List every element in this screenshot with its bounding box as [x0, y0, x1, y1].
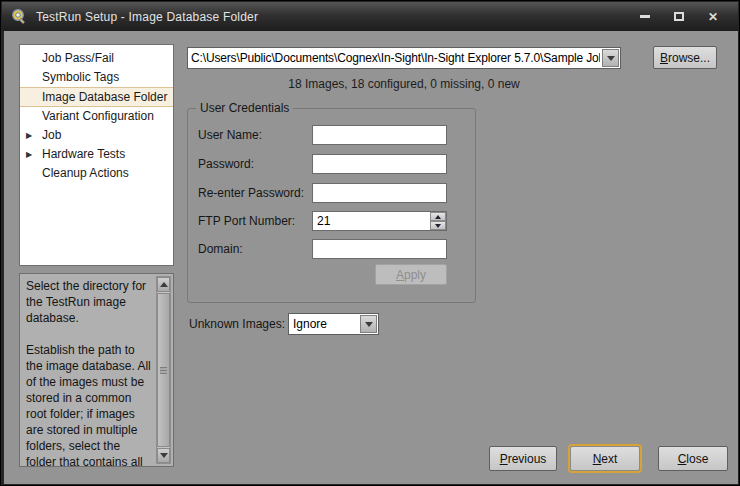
chevron-down-icon — [365, 322, 373, 327]
maximize-button[interactable] — [662, 6, 696, 28]
expand-arrow-icon[interactable]: ▶ — [26, 126, 32, 145]
close-dialog-button[interactable]: Close — [658, 446, 728, 471]
close-button[interactable]: ✕ — [696, 6, 730, 28]
reenter-password-label: Re-enter Password: — [198, 183, 310, 203]
sidebar-item-symbolic-tags[interactable]: Symbolic Tags — [20, 68, 173, 87]
arrow-down-icon — [435, 224, 441, 228]
apply-button[interactable]: Apply — [375, 264, 447, 285]
browse-button[interactable]: Browse... — [653, 46, 717, 69]
domain-label: Domain: — [198, 239, 310, 259]
maximize-icon — [674, 12, 684, 21]
app-icon — [10, 8, 28, 26]
dialog-body: Job Pass/Fail Symbolic Tags Image Databa… — [4, 31, 738, 484]
scrollbar-thumb[interactable] — [157, 293, 170, 447]
spinner-buttons — [430, 212, 446, 230]
path-dropdown-button[interactable] — [602, 49, 619, 67]
ftp-port-stepper[interactable] — [312, 211, 447, 231]
unknown-images-label: Unknown Images: — [189, 313, 285, 335]
spin-down-button[interactable] — [430, 221, 446, 230]
testrun-setup-window: TestRun Setup - Image Database Folder ✕ … — [0, 0, 740, 486]
sidebar-item-label: Image Database Folder — [42, 90, 167, 104]
spin-up-button[interactable] — [430, 212, 446, 221]
sidebar-item-label: Cleanup Actions — [42, 166, 129, 180]
user-name-label: User Name: — [198, 125, 310, 145]
sidebar-item-label: Symbolic Tags — [42, 70, 119, 84]
sidebar-item-job-pass-fail[interactable]: Job Pass/Fail — [20, 49, 173, 68]
sidebar-item-image-database-folder[interactable]: Image Database Folder — [20, 87, 173, 107]
domain-field[interactable] — [312, 239, 447, 259]
arrow-up-icon — [435, 215, 441, 219]
next-button[interactable]: Next — [570, 446, 640, 471]
sidebar-item-label: Hardware Tests — [42, 147, 125, 161]
sidebar-item-label: Job — [42, 128, 61, 142]
title-bar[interactable]: TestRun Setup - Image Database Folder ✕ — [2, 2, 738, 31]
sidebar-item-label: Job Pass/Fail — [42, 51, 114, 65]
sidebar-item-hardware-tests[interactable]: ▶ Hardware Tests — [20, 145, 173, 164]
sidebar-item-label: Variant Configuration — [42, 109, 154, 123]
window-title: TestRun Setup - Image Database Folder — [36, 10, 628, 24]
arrow-up-icon — [160, 282, 168, 287]
image-count-status: 18 Images, 18 configured, 0 missing, 0 n… — [187, 77, 621, 91]
sidebar-item-job[interactable]: ▶ Job — [20, 126, 173, 145]
unknown-images-value: Ignore — [293, 314, 360, 334]
scrollbar-grip-icon — [160, 367, 167, 374]
minimize-icon — [640, 15, 650, 18]
unknown-images-dropdown[interactable]: Ignore — [288, 313, 379, 335]
reenter-password-field[interactable] — [312, 183, 447, 203]
image-database-path-combobox[interactable] — [187, 47, 621, 69]
previous-button[interactable]: Previous — [489, 446, 557, 471]
scroll-down-button[interactable] — [157, 448, 170, 463]
help-description-box: Select the directory for the TestRun ima… — [19, 273, 174, 467]
setup-step-list: Job Pass/Fail Symbolic Tags Image Databa… — [19, 44, 174, 266]
window-controls: ✕ — [628, 6, 730, 28]
help-scrollbar[interactable] — [156, 276, 171, 464]
group-title: User Credentials — [196, 101, 293, 115]
ftp-port-input[interactable] — [312, 211, 447, 231]
sidebar-item-cleanup-actions[interactable]: Cleanup Actions — [20, 164, 173, 183]
help-text: Select the directory for the TestRun ima… — [20, 274, 154, 466]
user-name-field[interactable] — [312, 125, 447, 145]
arrow-down-icon — [160, 453, 168, 458]
minimize-button[interactable] — [628, 6, 662, 28]
ftp-port-label: FTP Port Number: — [198, 211, 310, 231]
password-field[interactable] — [312, 154, 447, 174]
chevron-down-icon — [607, 56, 615, 61]
scroll-up-button[interactable] — [157, 277, 170, 292]
sidebar-item-variant-configuration[interactable]: Variant Configuration — [20, 107, 173, 126]
password-label: Password: — [198, 154, 310, 174]
user-credentials-group: User Credentials User Name: Password: Re… — [187, 108, 476, 303]
expand-arrow-icon[interactable]: ▶ — [26, 145, 32, 164]
image-database-path-input[interactable] — [188, 48, 602, 68]
unknown-images-dropdown-button[interactable] — [360, 315, 377, 333]
close-icon: ✕ — [708, 11, 718, 23]
